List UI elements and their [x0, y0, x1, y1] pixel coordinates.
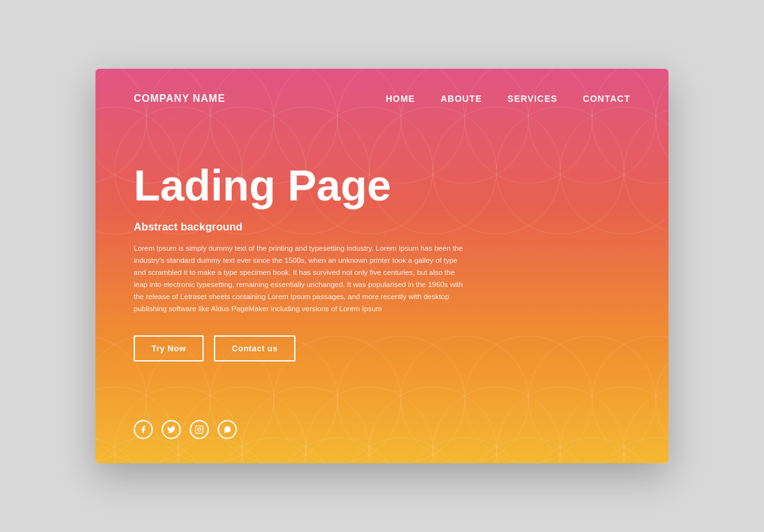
svg-point-43 [96, 438, 210, 463]
button-group: Try Now Contact us [134, 335, 630, 361]
hero-title: Lading Page [134, 162, 630, 209]
nav-link-about[interactable]: ABOUTE [441, 94, 482, 104]
svg-point-42 [96, 438, 146, 463]
nav-link-services[interactable]: SERVICES [507, 94, 558, 104]
svg-point-44 [146, 438, 274, 463]
svg-point-41 [624, 387, 668, 463]
navbar: COMPANY NAME HOME ABOUTE SERVICES CONTAC… [96, 69, 668, 123]
try-now-button[interactable]: Try Now [134, 335, 204, 361]
hero-background: .wc { fill: none; stroke: rgba(255,255,2… [96, 69, 668, 463]
contact-us-button[interactable]: Contact us [214, 335, 295, 361]
svg-point-50 [528, 438, 656, 463]
facebook-icon[interactable] [134, 420, 153, 439]
nav-item-contact[interactable]: CONTACT [583, 93, 630, 104]
whatsapp-icon[interactable] [218, 420, 237, 439]
svg-point-48 [401, 438, 528, 463]
hero-description: Lorem Ipsum is simply dummy text of the … [134, 242, 465, 315]
hero-subtitle: Abstract background [134, 221, 630, 234]
svg-point-49 [465, 438, 592, 463]
nav-link-home[interactable]: HOME [386, 94, 415, 104]
brand-name: COMPANY NAME [134, 93, 225, 104]
svg-point-40 [560, 387, 668, 463]
svg-point-46 [274, 438, 401, 463]
svg-point-53 [198, 428, 201, 431]
twitter-icon[interactable] [162, 420, 181, 439]
social-bar [134, 420, 237, 439]
svg-point-47 [337, 438, 465, 463]
instagram-icon[interactable] [190, 420, 209, 439]
nav-link-contact[interactable]: CONTACT [583, 94, 630, 104]
nav-item-about[interactable]: ABOUTE [441, 93, 482, 104]
hero-section: Lading Page Abstract background Lorem Ip… [96, 123, 668, 361]
svg-rect-52 [195, 426, 203, 433]
svg-point-54 [201, 427, 202, 428]
nav-links: HOME ABOUTE SERVICES CONTACT [386, 93, 630, 104]
svg-point-45 [210, 438, 337, 463]
nav-item-home[interactable]: HOME [386, 93, 415, 104]
landing-page: .wc { fill: none; stroke: rgba(255,255,2… [96, 69, 668, 463]
nav-item-services[interactable]: SERVICES [507, 93, 558, 104]
